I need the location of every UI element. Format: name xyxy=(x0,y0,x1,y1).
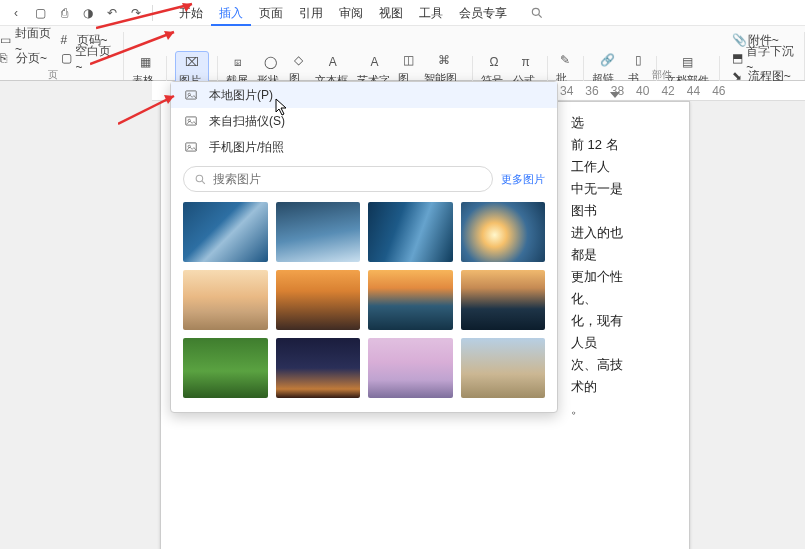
image-search-input[interactable] xyxy=(213,172,482,186)
mouse-cursor xyxy=(275,98,289,116)
more-images-link[interactable]: 更多图片 xyxy=(501,172,545,187)
menu-tab-1[interactable]: 插入 xyxy=(211,0,251,26)
ruler-mark: 34 xyxy=(560,84,573,98)
annotation-arrow-2 xyxy=(90,26,190,66)
image-thumbnail-5[interactable] xyxy=(276,270,361,330)
section-icon: ⎘ xyxy=(0,51,14,65)
menu-tabs: 开始插入页面引用审阅视图工具会员专享 xyxy=(171,0,515,26)
ruler-mark: 42 xyxy=(661,84,674,98)
ruler-tab-stop[interactable] xyxy=(610,92,620,98)
attachment-icon: 📎 xyxy=(732,33,746,47)
image-thumbnail-grid xyxy=(171,196,557,398)
comment-icon: ✎ xyxy=(556,51,574,69)
shapes-icon: ◯ xyxy=(261,53,279,71)
image-search-box[interactable] xyxy=(183,166,493,192)
group-label-page: 页 xyxy=(48,68,58,82)
ribbon-section[interactable]: ⎘分页~ xyxy=(0,50,55,66)
search-icon[interactable] xyxy=(525,3,549,23)
image-thumbnail-7[interactable] xyxy=(461,270,546,330)
document-line: 中无一是图书 xyxy=(571,178,629,222)
image-thumbnail-8[interactable] xyxy=(183,338,268,398)
menu-tab-6[interactable]: 工具 xyxy=(411,0,451,26)
image-search-row: 更多图片 xyxy=(171,160,557,196)
save-icon[interactable]: ▢ xyxy=(28,3,52,23)
document-line: 前 12 名工作人 xyxy=(571,134,629,178)
page-number-icon: # xyxy=(61,33,75,47)
picture-source-scanner[interactable]: 来自扫描仪(S) xyxy=(171,108,557,134)
annotation-arrow-3 xyxy=(118,92,188,126)
image-thumbnail-2[interactable] xyxy=(368,202,453,262)
ruler-mark: 40 xyxy=(636,84,649,98)
ribbon-group-table: ▦表格~⌧图片~⧆截屏~◯形状~◇图标A文本框~A艺术字~◫图表⌘智能图形Ω符号… xyxy=(124,32,805,80)
ruler-mark: 46 xyxy=(712,84,725,98)
menu-tab-5[interactable]: 视图 xyxy=(371,0,411,26)
image-thumbnail-1[interactable] xyxy=(276,202,361,262)
image-thumbnail-4[interactable] xyxy=(183,270,268,330)
menu-tab-3[interactable]: 引用 xyxy=(291,0,331,26)
image-thumbnail-11[interactable] xyxy=(461,338,546,398)
svg-line-9 xyxy=(202,181,205,184)
textbox-icon: A xyxy=(324,53,342,71)
smartart-icon: ⌘ xyxy=(435,51,453,69)
bookmark-icon: ▯ xyxy=(629,51,647,69)
group-label-parts: 部件 xyxy=(652,68,672,82)
prev-icon[interactable]: ‹ xyxy=(4,3,28,23)
svg-line-12 xyxy=(90,32,174,64)
ribbon-header-footer[interactable]: ⬒首字下沉~ xyxy=(732,50,796,66)
ribbon-left-col1: ▭封面页~ ⎘分页~ xyxy=(0,32,55,66)
header-footer-icon: ⬒ xyxy=(732,51,745,65)
svg-line-14 xyxy=(118,96,174,124)
ruler-mark: 36 xyxy=(585,84,598,98)
document-line: 进入的也都是 xyxy=(571,222,629,266)
ribbon-cover[interactable]: ▭封面页~ xyxy=(0,32,55,48)
ruler-mark: 44 xyxy=(687,84,700,98)
symbol-icon: Ω xyxy=(485,53,503,71)
wrap-part-icon: ▤ xyxy=(679,53,697,71)
image-thumbnail-9[interactable] xyxy=(276,338,361,398)
document-line: 。 xyxy=(571,398,629,420)
document-line: 化，现有人员 xyxy=(571,310,629,354)
hyperlink-icon: 🔗 xyxy=(598,51,616,69)
document-line: 选 xyxy=(571,112,629,134)
document-line: 更加个性化、 xyxy=(571,266,629,310)
equation-icon: π xyxy=(517,53,535,71)
menu-tab-7[interactable]: 会员专享 xyxy=(451,0,515,26)
document-line: 次、高技术的 xyxy=(571,354,629,398)
svg-point-8 xyxy=(196,175,203,182)
image-thumbnail-10[interactable] xyxy=(368,338,453,398)
document-text: 选 前 12 名工作人中无一是图书进入的也都是更加个性化、化，现有人员次、高技术… xyxy=(571,112,629,420)
picture-source-local[interactable]: 本地图片(P) xyxy=(171,82,557,108)
blank-page-icon: ▢ xyxy=(61,51,74,65)
wordart-icon: A xyxy=(366,53,384,71)
image-thumbnail-3[interactable] xyxy=(461,202,546,262)
svg-line-10 xyxy=(96,4,192,28)
image-thumbnail-6[interactable] xyxy=(368,270,453,330)
search-icon xyxy=(194,173,207,186)
image-thumbnail-0[interactable] xyxy=(183,202,268,262)
cover-icon: ▭ xyxy=(0,33,13,47)
mobile-icon xyxy=(183,139,199,155)
icons-icon: ◇ xyxy=(290,51,308,69)
svg-point-0 xyxy=(532,8,539,15)
svg-marker-11 xyxy=(182,3,192,12)
screenshot-icon: ⧆ xyxy=(229,53,247,71)
print-icon[interactable]: ⎙ xyxy=(52,3,76,23)
menu-tab-2[interactable]: 页面 xyxy=(251,0,291,26)
svg-line-1 xyxy=(539,14,542,17)
menu-tab-4[interactable]: 审阅 xyxy=(331,0,371,26)
insert-picture-panel: 本地图片(P)来自扫描仪(S)手机图片/拍照 更多图片 xyxy=(170,81,558,413)
picture-source-mobile[interactable]: 手机图片/拍照 xyxy=(171,134,557,160)
chart-icon: ◫ xyxy=(399,51,417,69)
